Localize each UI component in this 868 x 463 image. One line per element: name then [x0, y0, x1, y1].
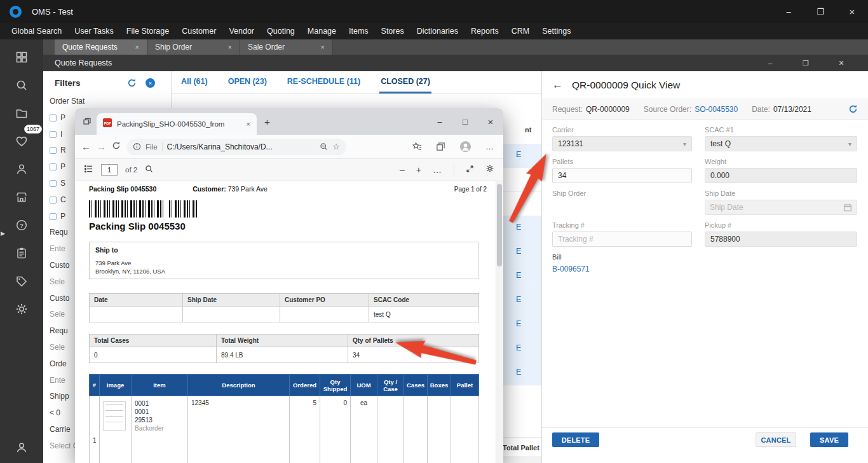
status-checkbox[interactable] — [50, 213, 57, 220]
profile-avatar[interactable] — [459, 141, 471, 153]
store-icon[interactable] — [0, 183, 43, 211]
add-favorite-star-icon[interactable]: ☆ — [332, 142, 340, 151]
row-link[interactable]: E — [516, 319, 521, 328]
back-icon[interactable]: ← — [81, 141, 91, 152]
status-checkbox[interactable] — [50, 197, 57, 204]
refresh-icon[interactable] — [848, 104, 858, 114]
source-order-link[interactable]: SO-0045530 — [695, 105, 738, 114]
settings-gear-icon[interactable] — [0, 295, 43, 323]
minimize-icon[interactable]: – — [773, 0, 804, 23]
maximize-icon[interactable]: □ — [452, 108, 478, 135]
bill-link[interactable]: B-0096571 — [552, 265, 590, 273]
status-checkbox[interactable] — [50, 163, 57, 170]
calendar-icon[interactable] — [843, 203, 852, 212]
tab-reschedule[interactable]: RE-SCHEDULE (11) — [286, 71, 362, 93]
folder-icon[interactable] — [0, 99, 43, 127]
tab-all[interactable]: All (61) — [180, 71, 209, 93]
browser-tab[interactable]: PDF PackingSlip_SHO-0045530_from × — [97, 113, 257, 135]
tab-label: Sale Order — [248, 43, 285, 52]
mdi-restore-icon[interactable]: ❐ — [788, 55, 824, 71]
menu-reports[interactable]: Reports — [465, 23, 505, 39]
zoom-out-icon[interactable]: – — [400, 165, 405, 175]
menu-customer[interactable]: Customer — [175, 23, 222, 39]
pallets-input[interactable] — [552, 168, 692, 183]
help-icon[interactable]: ? — [0, 211, 43, 239]
pickup-input[interactable] — [705, 232, 857, 247]
status-checkbox[interactable] — [50, 114, 57, 121]
search-icon[interactable] — [145, 164, 153, 176]
customers-icon[interactable] — [0, 155, 43, 183]
menu-settings[interactable]: Settings — [536, 23, 577, 39]
delete-button[interactable]: DELETE — [552, 432, 599, 447]
address-input[interactable]: File C:/Users/Karina_Shchitova/D... ☆ — [126, 139, 346, 155]
mdi-close-icon[interactable]: × — [824, 55, 859, 71]
close-tab-icon[interactable]: × — [135, 43, 139, 51]
status-checkbox[interactable] — [50, 131, 57, 138]
zoom-in-icon[interactable]: + — [416, 165, 421, 175]
menu-items[interactable]: Items — [342, 23, 375, 39]
dashboard-icon[interactable] — [0, 43, 43, 71]
back-arrow-icon[interactable]: ← — [552, 79, 563, 92]
weight-input[interactable] — [705, 168, 857, 183]
row-link[interactable]: E — [516, 295, 521, 304]
close-icon[interactable]: × — [478, 108, 503, 135]
tab-ship-order[interactable]: Ship Order × — [147, 39, 240, 55]
page-info-icon[interactable] — [133, 142, 141, 151]
toc-icon[interactable] — [84, 164, 93, 176]
menu-dictionaries[interactable]: Dictionaries — [410, 23, 465, 39]
mdi-minimize-icon[interactable]: – — [752, 55, 788, 71]
menu-file-storage[interactable]: File Storage — [120, 23, 175, 39]
tags-icon[interactable] — [0, 267, 43, 295]
row-link[interactable]: E — [516, 343, 521, 352]
clear-filters-icon[interactable]: × — [146, 78, 155, 88]
status-checkbox[interactable] — [50, 147, 57, 154]
close-tab-icon[interactable]: × — [321, 43, 325, 51]
tracking-input[interactable] — [552, 232, 692, 247]
restore-icon[interactable]: ❐ — [804, 0, 836, 23]
row-link[interactable]: E — [516, 271, 521, 280]
tab-actions-icon[interactable] — [83, 117, 92, 126]
row-link[interactable]: E — [516, 368, 521, 377]
new-tab-button[interactable]: + — [264, 116, 270, 127]
menu-stores[interactable]: Stores — [375, 23, 410, 39]
pdf-settings-gear-icon[interactable] — [485, 164, 494, 176]
minimize-icon[interactable]: – — [427, 108, 452, 135]
pdf-scrollbar[interactable] — [496, 181, 503, 463]
tab-sale-order[interactable]: Sale Order × — [240, 39, 333, 55]
user-profile-icon[interactable] — [15, 441, 28, 457]
menu-global-search[interactable]: Global Search — [5, 23, 68, 39]
close-icon[interactable]: × — [836, 0, 868, 23]
menu-vendor[interactable]: Vendor — [222, 23, 261, 39]
row-link[interactable]: E — [516, 247, 521, 256]
menu-quoting[interactable]: Quoting — [261, 23, 301, 39]
panel-expander-icon[interactable]: ▶ — [1, 230, 5, 237]
ship-date-input[interactable]: Ship Date — [705, 200, 857, 215]
more-options-icon[interactable]: … — [433, 165, 442, 175]
favorites-hub-icon[interactable] — [412, 142, 422, 151]
carrier-select[interactable]: 123131 ▾ — [552, 136, 692, 151]
status-checkbox[interactable] — [50, 180, 57, 187]
scac-select[interactable]: test Q ▾ — [705, 136, 857, 151]
close-tab-icon[interactable]: × — [228, 43, 232, 51]
fit-to-page-icon[interactable] — [466, 164, 474, 176]
tab-quote-requests[interactable]: Quote Requests × — [55, 39, 147, 55]
tasks-clipboard-icon[interactable] — [0, 239, 43, 267]
refresh-filters-icon[interactable] — [127, 78, 137, 88]
forward-icon[interactable]: → — [97, 141, 106, 152]
refresh-icon[interactable] — [112, 141, 121, 152]
save-button[interactable]: SAVE — [810, 432, 848, 447]
menu-user-tasks[interactable]: User Tasks — [68, 23, 120, 39]
close-tab-icon[interactable]: × — [247, 120, 250, 128]
more-menu-icon[interactable]: … — [485, 142, 494, 151]
menu-crm[interactable]: CRM — [505, 23, 536, 39]
row-link[interactable]: E — [516, 150, 521, 159]
scrollbar-thumb[interactable] — [497, 184, 502, 266]
menu-manage[interactable]: Manage — [301, 23, 342, 39]
search-icon[interactable] — [0, 71, 43, 99]
page-number-input[interactable] — [101, 164, 118, 176]
cancel-button[interactable]: CANCEL — [756, 432, 796, 447]
collections-icon[interactable] — [436, 142, 445, 151]
tab-closed[interactable]: CLOSED (27) — [379, 71, 431, 93]
tab-open[interactable]: OPEN (23) — [227, 71, 268, 93]
zoom-icon[interactable] — [320, 142, 328, 151]
